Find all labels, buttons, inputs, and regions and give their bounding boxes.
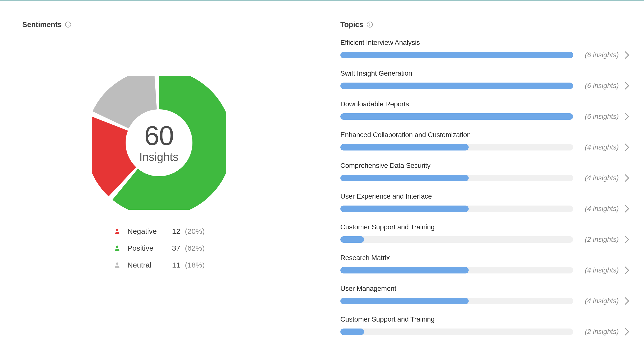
legend-count: 11	[172, 261, 185, 269]
legend-row-neutral: Neutral11(18%)	[113, 261, 204, 269]
topic-label: Swift Insight Generation	[340, 69, 629, 77]
topic-bar-fill	[340, 206, 469, 212]
chevron-right-icon[interactable]	[625, 236, 629, 243]
legend-count: 37	[172, 244, 185, 252]
topic-bar-track	[340, 144, 573, 151]
topic-bar-track	[340, 298, 573, 304]
topic-bar-fill	[340, 144, 469, 151]
topic-bar-track	[340, 113, 573, 120]
topic-insight-count: (4 insights)	[579, 266, 619, 274]
topic-bar-row: (6 insights)	[340, 112, 629, 122]
topic-label: Customer Support and Training	[340, 315, 629, 323]
topic-bar-fill	[340, 175, 469, 181]
svg-point-2	[116, 263, 118, 265]
sentiments-panel: Sentiments i 60 Insights Negative12(20%)…	[0, 1, 318, 360]
topic-row[interactable]: Efficient Interview Analysis(6 insights)	[340, 39, 629, 66]
topic-bar-fill	[340, 113, 573, 120]
topic-label: User Experience and Interface	[340, 192, 629, 200]
topic-label: Comprehensive Data Security	[340, 162, 629, 170]
chevron-right-icon[interactable]	[625, 113, 629, 120]
topic-bar-track	[340, 175, 573, 181]
topic-bar-fill	[340, 328, 364, 335]
topic-insight-count: (6 insights)	[579, 51, 619, 59]
donut-total-label: Insights	[139, 150, 178, 164]
topic-bar-fill	[340, 52, 573, 58]
topic-bar-row: (2 insights)	[340, 327, 629, 337]
legend-percent: (18%)	[185, 261, 204, 269]
topic-bar-row: (2 insights)	[340, 235, 629, 244]
person-icon	[113, 228, 121, 235]
topics-title-text: Topics	[340, 20, 363, 29]
topic-bar-row: (6 insights)	[340, 50, 629, 60]
topic-bar-row: (6 insights)	[340, 81, 629, 91]
topic-bar-track	[340, 328, 573, 335]
topics-list: Efficient Interview Analysis(6 insights)…	[340, 39, 629, 342]
topic-label: Downloadable Reports	[340, 100, 629, 108]
topic-label: Efficient Interview Analysis	[340, 39, 629, 47]
topics-title: Topics i	[340, 20, 629, 29]
person-icon	[113, 262, 121, 268]
chevron-right-icon[interactable]	[625, 51, 629, 59]
topic-insight-count: (2 insights)	[579, 235, 619, 243]
sentiments-legend: Negative12(20%)Positive37(62%)Neutral11(…	[113, 227, 204, 269]
topic-insight-count: (2 insights)	[579, 328, 619, 336]
chevron-right-icon[interactable]	[625, 266, 629, 274]
topic-label: User Management	[340, 285, 629, 292]
topic-insight-count: (4 insights)	[579, 297, 619, 305]
topic-bar-row: (4 insights)	[340, 296, 629, 306]
legend-row-negative: Negative12(20%)	[113, 227, 204, 235]
legend-percent: (62%)	[185, 244, 204, 252]
topic-insight-count: (4 insights)	[579, 205, 619, 213]
chevron-right-icon[interactable]	[625, 297, 629, 305]
legend-label: Neutral	[127, 261, 172, 269]
topic-insight-count: (6 insights)	[579, 82, 619, 90]
sentiments-donut-wrap: 60 Insights Negative12(20%)Positive37(62…	[22, 76, 296, 269]
chevron-right-icon[interactable]	[625, 328, 629, 335]
topic-bar-track	[340, 206, 573, 212]
info-icon[interactable]: i	[65, 22, 71, 28]
legend-label: Negative	[127, 227, 172, 235]
topic-row[interactable]: Comprehensive Data Security(4 insights)	[340, 162, 629, 188]
sentiments-donut-chart: 60 Insights	[92, 76, 226, 210]
topic-bar-fill	[340, 267, 469, 273]
donut-total: 60	[144, 122, 174, 149]
svg-point-1	[116, 246, 118, 248]
topic-insight-count: (4 insights)	[579, 174, 619, 182]
topic-insight-count: (6 insights)	[579, 113, 619, 121]
info-icon[interactable]: i	[367, 22, 373, 28]
topic-bar-row: (4 insights)	[340, 173, 629, 183]
person-icon	[113, 245, 121, 252]
topic-bar-track	[340, 236, 573, 243]
svg-point-0	[116, 229, 118, 231]
topic-row[interactable]: User Management(4 insights)	[340, 285, 629, 311]
topic-bar-row: (4 insights)	[340, 142, 629, 152]
topics-panel: Topics i Efficient Interview Analysis(6 …	[318, 1, 644, 360]
topic-row[interactable]: Customer Support and Training(2 insights…	[340, 223, 629, 250]
legend-percent: (20%)	[185, 227, 204, 235]
topic-bar-track	[340, 267, 573, 273]
legend-label: Positive	[127, 244, 172, 252]
sentiments-title: Sentiments i	[22, 20, 296, 29]
topic-label: Enhanced Collaboration and Customization	[340, 131, 629, 139]
chevron-right-icon[interactable]	[625, 144, 629, 151]
topic-bar-row: (4 insights)	[340, 265, 629, 275]
topic-bar-track	[340, 52, 573, 58]
chevron-right-icon[interactable]	[625, 82, 629, 90]
topic-row[interactable]: Customer Support and Training(2 insights…	[340, 315, 629, 342]
topic-bar-fill	[340, 298, 469, 304]
topic-bar-fill	[340, 83, 573, 89]
legend-count: 12	[172, 227, 185, 235]
chevron-right-icon[interactable]	[625, 174, 629, 182]
topic-label: Customer Support and Training	[340, 223, 629, 231]
legend-row-positive: Positive37(62%)	[113, 244, 204, 252]
topic-row[interactable]: Research Matrix(4 insights)	[340, 254, 629, 281]
topic-insight-count: (4 insights)	[579, 143, 619, 151]
topic-bar-track	[340, 83, 573, 89]
chevron-right-icon[interactable]	[625, 205, 629, 212]
topic-row[interactable]: User Experience and Interface(4 insights…	[340, 192, 629, 219]
topic-bar-fill	[340, 236, 364, 243]
topic-row[interactable]: Downloadable Reports(6 insights)	[340, 100, 629, 127]
topic-bar-row: (4 insights)	[340, 204, 629, 214]
topic-row[interactable]: Swift Insight Generation(6 insights)	[340, 69, 629, 96]
topic-row[interactable]: Enhanced Collaboration and Customization…	[340, 131, 629, 158]
